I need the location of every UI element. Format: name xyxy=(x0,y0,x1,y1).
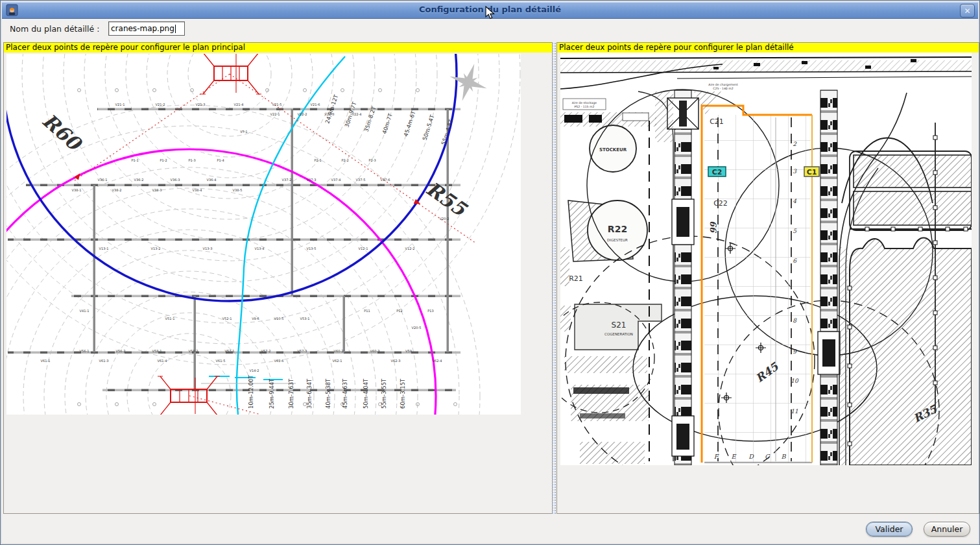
badge-c1: C1 xyxy=(804,167,819,176)
map-label: V58-2 xyxy=(189,349,198,353)
map-label: V21-3 xyxy=(196,103,206,106)
map-label: R21 xyxy=(569,274,583,283)
map-label: 25m-9.44T xyxy=(269,378,275,409)
right-building xyxy=(848,123,972,465)
map-label: V37-5 xyxy=(356,178,366,182)
map-label: 45.4m-6T xyxy=(402,110,416,138)
map-label: V37-4 xyxy=(331,178,341,182)
map-label: V22-3 xyxy=(325,112,335,116)
map-label: V36-3 xyxy=(171,178,180,182)
map-label: V57-1 xyxy=(225,349,235,353)
map-label: V22-2 xyxy=(298,112,307,116)
map-label: V52-1 xyxy=(222,317,232,321)
map-label: V62-1 xyxy=(333,359,342,363)
svg-text:C2: C2 xyxy=(712,168,723,176)
map-label: B xyxy=(782,453,787,460)
filename-value: cranes-map.png xyxy=(111,24,174,33)
filename-label: Nom du plan détaillé : xyxy=(10,24,99,34)
map-label: V20-2 xyxy=(440,217,449,221)
map-label: 45m-4.63T xyxy=(342,378,348,409)
map-label: P2-2 xyxy=(341,158,348,162)
magenta-range-circle xyxy=(6,149,436,415)
map-label: V57-2 xyxy=(261,349,271,353)
map-label: 30m-7.63T xyxy=(288,378,294,409)
map-label: 35m-6.34T xyxy=(306,378,313,409)
map-label: V22-1 xyxy=(270,112,280,116)
close-icon[interactable]: ✕ xyxy=(960,4,975,18)
detail-plan-map[interactable]: C2 C1 STOCKEURR22DIGESTEURR21S21COGENERA… xyxy=(560,53,972,465)
map-label: 60m-3.15T xyxy=(400,378,406,409)
map-label: P13 xyxy=(427,309,433,313)
map-label: PS2 - 115 m2 xyxy=(575,105,595,108)
map-label: V57-3 xyxy=(298,349,307,353)
map-label: 55m-4.8T xyxy=(440,118,454,146)
map-label: 10m-12.00T xyxy=(248,375,254,409)
bottom-capacity-labels: 10m-12.00T25m-9.44T30m-7.63T35m-6.34T40m… xyxy=(248,375,406,409)
main-plan-header: Placer deux points de repère pour config… xyxy=(4,43,552,53)
map-label: V13-5 xyxy=(307,247,317,250)
map-label: V21-1 xyxy=(115,103,125,106)
map-label: C21 xyxy=(710,117,724,126)
map-label: V38-5 xyxy=(233,188,243,192)
map-label: V13-1 xyxy=(99,247,109,250)
range-arcs xyxy=(6,54,520,415)
map-label: V51-1 xyxy=(165,317,175,321)
map-label: P1-2 xyxy=(160,158,167,162)
map-label: DIGESTEUR xyxy=(607,238,628,242)
map-label: V21-5 xyxy=(272,103,282,106)
map-label: Aire de chargement xyxy=(708,83,738,86)
cancel-button[interactable]: Annuler xyxy=(924,522,970,537)
map-label: E xyxy=(732,453,737,460)
map-label: S21 xyxy=(612,321,627,330)
map-label: 11 xyxy=(791,408,798,415)
detail-plan-panel: Placer deux points de repère pour config… xyxy=(556,42,979,514)
map-label: V36-1 xyxy=(98,178,108,182)
map-label: V21-2 xyxy=(156,103,165,106)
top-capacity-labels: 24.9m-12T30m-9.7T35m-8.2T40m-7T45.4m-6T5… xyxy=(324,93,454,146)
main-plan-map[interactable]: R60R55 24.9m-12T30m-9.7T35m-8.2T40m-7T45… xyxy=(6,54,521,415)
map-label: V37-3 xyxy=(307,178,317,182)
map-label: V56-1 xyxy=(80,349,90,353)
map-label: 4 xyxy=(793,198,796,204)
map-label: C22 xyxy=(713,199,728,208)
compass-icon xyxy=(444,58,493,107)
map-label: V10-5 xyxy=(274,317,284,321)
text-caret xyxy=(175,25,176,33)
map-label: V38-2 xyxy=(112,188,122,192)
map-label: V60-3 xyxy=(370,349,380,353)
map-label: P1-1 xyxy=(131,158,138,162)
map-label: P1-3 xyxy=(188,158,195,162)
map-label: V20-5 xyxy=(412,326,422,330)
map-label: R22 xyxy=(608,224,627,234)
mouse-cursor xyxy=(485,6,496,20)
validate-button[interactable]: Valider xyxy=(866,522,913,537)
map-label: V12-2 xyxy=(405,247,415,250)
map-label: 66 xyxy=(708,221,718,234)
map-label: 40m-5.38T xyxy=(325,378,331,409)
map-label: V59 xyxy=(405,349,412,353)
map-label: V61-5 xyxy=(216,359,226,363)
map-label: R60 xyxy=(38,109,87,156)
svg-text:C1: C1 xyxy=(807,168,817,176)
map-label: V61-1 xyxy=(41,359,51,363)
map-label: V37-2 xyxy=(282,178,292,182)
map-label: V7-1 xyxy=(240,130,248,134)
map-label: V60-2 xyxy=(334,349,344,353)
map-label: V12-1 xyxy=(359,247,368,250)
panel-splitter[interactable] xyxy=(551,42,556,514)
map-label: P12 xyxy=(396,309,402,313)
map-label: V53-1 xyxy=(300,317,310,321)
map-label: P2-1 xyxy=(314,158,321,162)
map-label: V37-6 xyxy=(381,178,390,182)
filename-input[interactable]: cranes-map.png xyxy=(108,21,185,36)
map-label: V21-6 xyxy=(311,103,320,106)
map-label: P1-4 xyxy=(217,158,224,162)
detail-plan-header: Placer deux points de repère pour config… xyxy=(557,43,979,53)
map-label: P11 xyxy=(364,309,370,313)
map-label: V13-3 xyxy=(203,247,213,250)
map-label: V36-2 xyxy=(134,178,144,182)
map-label: 10 xyxy=(791,378,799,384)
map-label: V41-1 xyxy=(80,309,90,313)
map-label: V61-4 xyxy=(158,359,167,363)
map-label: V36-4 xyxy=(207,178,217,182)
